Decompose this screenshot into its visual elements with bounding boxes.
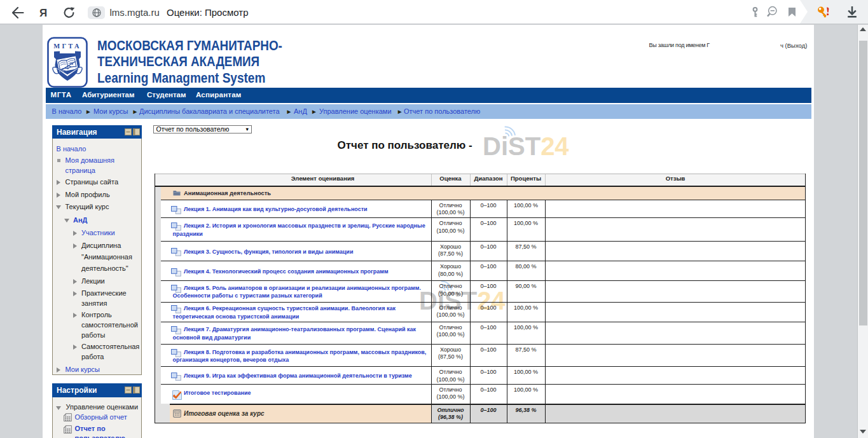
svg-text:МГТА: МГТА <box>53 42 81 49</box>
